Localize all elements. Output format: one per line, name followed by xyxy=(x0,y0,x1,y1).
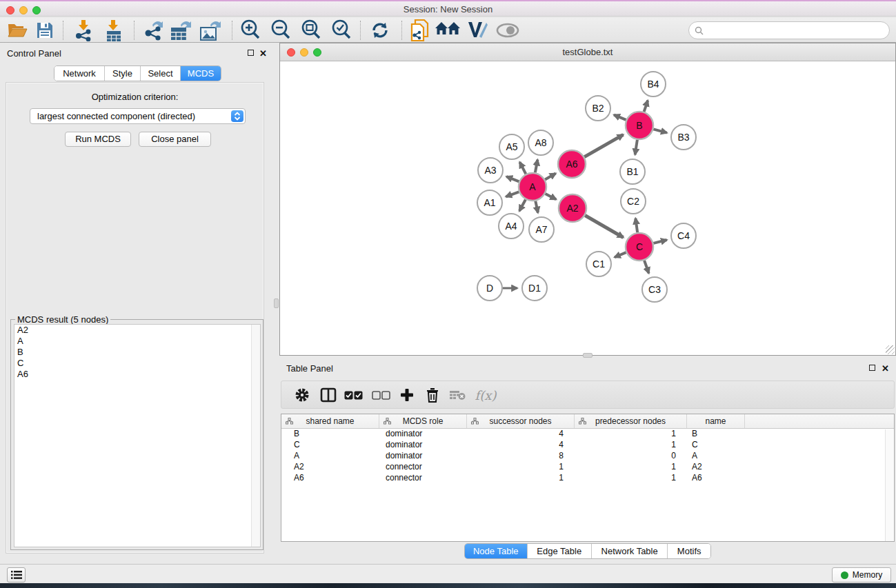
home-view-button[interactable] xyxy=(435,19,461,41)
graph-node-C3[interactable]: C3 xyxy=(642,277,667,302)
graph-edge-A-A7[interactable] xyxy=(535,201,538,213)
column-header-successor-nodes[interactable]: successor nodes xyxy=(467,414,575,428)
tab-mcds[interactable]: MCDS xyxy=(181,66,221,81)
graph-node-A4[interactable]: A4 xyxy=(499,214,524,239)
table-cell[interactable]: A6 xyxy=(687,473,745,484)
table-row[interactable]: Cdominator41C xyxy=(281,440,894,451)
graph-node-D1[interactable]: D1 xyxy=(522,276,547,301)
graph-node-A1[interactable]: A1 xyxy=(477,190,502,215)
table-cell[interactable]: 4 xyxy=(467,429,575,440)
tab-edge-table[interactable]: Edge Table xyxy=(528,544,592,558)
mcds-result-item[interactable]: A xyxy=(14,336,260,347)
graph-edge-A-A2[interactable] xyxy=(546,194,557,199)
table-cell[interactable]: 1 xyxy=(575,462,687,473)
table-cell[interactable]: A2 xyxy=(281,462,379,473)
graph-node-C4[interactable]: C4 xyxy=(671,223,696,248)
task-history-button[interactable] xyxy=(7,567,26,582)
export-network-button[interactable] xyxy=(140,19,166,41)
zoom-out-button[interactable] xyxy=(268,19,294,41)
table-settings-button[interactable] xyxy=(291,385,313,405)
graph-node-B4[interactable]: B4 xyxy=(641,72,666,97)
table-cell[interactable]: 8 xyxy=(467,451,575,462)
save-session-button[interactable] xyxy=(32,19,58,41)
graph-node-A6[interactable]: A6 xyxy=(558,150,586,178)
select-all-button[interactable] xyxy=(342,385,364,405)
mcds-result-item[interactable]: C xyxy=(14,358,260,369)
mcds-result-item[interactable]: B xyxy=(14,347,260,358)
table-cell[interactable]: dominator xyxy=(379,429,467,440)
graph-node-A7[interactable]: A7 xyxy=(529,217,554,242)
graph-node-A5[interactable]: A5 xyxy=(499,134,524,159)
table-cell[interactable]: dominator xyxy=(379,440,467,451)
table-cell[interactable]: 1 xyxy=(575,440,687,451)
column-header-shared-name[interactable]: shared name xyxy=(281,414,379,428)
graph-node-C1[interactable]: C1 xyxy=(586,252,611,276)
graph-node-B2[interactable]: B2 xyxy=(586,96,610,121)
close-table-panel-icon[interactable]: ✕ xyxy=(882,363,889,374)
graph-node-A2[interactable]: A2 xyxy=(559,194,586,222)
table-cell[interactable]: connector xyxy=(379,462,467,473)
tab-select[interactable]: Select xyxy=(141,66,181,81)
table-row[interactable]: A6connector11A6 xyxy=(281,473,894,484)
graph-edge-C-C4[interactable] xyxy=(653,240,666,243)
table-cell[interactable]: dominator xyxy=(379,451,467,462)
window-resize-grip[interactable] xyxy=(886,345,895,354)
mcds-result-item[interactable]: A2 xyxy=(14,325,260,336)
graph-edge-A-A3[interactable] xyxy=(506,176,519,181)
vizmapper-button[interactable] xyxy=(464,19,490,41)
export-image-button[interactable] xyxy=(197,19,223,41)
import-network-button[interactable] xyxy=(71,19,97,41)
column-header-mcds-role[interactable]: MCDS role xyxy=(379,414,467,428)
vertical-splitter-handle[interactable] xyxy=(274,298,279,308)
table-cell[interactable]: A xyxy=(687,451,745,462)
delete-rows-button[interactable] xyxy=(421,385,444,405)
close-panel-button[interactable]: Close panel xyxy=(139,132,211,147)
graph-edge-A2-C[interactable] xyxy=(585,215,623,237)
deselect-all-button[interactable] xyxy=(370,385,392,405)
search-input[interactable] xyxy=(707,24,884,37)
graph-edge-B-B2[interactable] xyxy=(614,115,626,120)
float-table-panel-icon[interactable] xyxy=(869,365,875,371)
zoom-selected-button[interactable] xyxy=(328,19,355,41)
add-row-button[interactable] xyxy=(396,385,418,405)
table-cell[interactable]: A2 xyxy=(687,462,745,473)
graph-node-C[interactable]: C xyxy=(626,233,653,261)
table-cell[interactable]: 1 xyxy=(575,473,687,484)
tab-motifs[interactable]: Motifs xyxy=(668,544,710,558)
refresh-view-button[interactable] xyxy=(367,19,393,41)
table-cell[interactable]: B xyxy=(687,429,745,440)
tab-style[interactable]: Style xyxy=(105,66,141,81)
graph-edge-B-B1[interactable] xyxy=(635,140,637,155)
import-table-button[interactable] xyxy=(101,19,127,41)
tab-network[interactable]: Network xyxy=(54,66,105,81)
graph-edge-A-A5[interactable] xyxy=(519,162,526,174)
table-cell[interactable]: connector xyxy=(379,473,467,484)
graph-edge-B-B4[interactable] xyxy=(644,101,648,112)
graph-edge-A-A8[interactable] xyxy=(535,160,538,173)
zoom-in-button[interactable] xyxy=(237,19,263,41)
table-cell[interactable]: 1 xyxy=(575,429,687,440)
run-mcds-button[interactable]: Run MCDS xyxy=(65,132,131,147)
result-list-scrollbar[interactable] xyxy=(251,325,260,547)
graph-edge-B-B3[interactable] xyxy=(653,129,667,132)
close-panel-icon[interactable]: ✕ xyxy=(259,48,267,59)
column-header-predecessor-nodes[interactable]: predecessor nodes xyxy=(575,414,687,428)
optimization-criterion-select[interactable]: largest connected component (directed) xyxy=(30,108,246,124)
graph-node-D[interactable]: D xyxy=(477,276,502,301)
graph-node-A3[interactable]: A3 xyxy=(478,158,503,183)
float-panel-icon[interactable] xyxy=(248,50,254,56)
horizontal-splitter-handle[interactable] xyxy=(583,353,593,358)
mcds-result-item[interactable]: A6 xyxy=(14,369,260,380)
graph-edge-C-C3[interactable] xyxy=(644,261,649,274)
network-overview-button[interactable] xyxy=(406,19,432,41)
memory-button[interactable]: Memory xyxy=(832,567,891,582)
graph-edge-C-C2[interactable] xyxy=(635,219,637,232)
table-cell[interactable]: 1 xyxy=(467,462,575,473)
zoom-fit-button[interactable] xyxy=(298,19,324,41)
show-columns-button[interactable] xyxy=(317,385,339,405)
table-cell[interactable]: 4 xyxy=(467,440,575,451)
show-hide-graphics-button[interactable] xyxy=(495,19,521,41)
table-row[interactable]: Adominator80A xyxy=(281,451,894,462)
open-session-button[interactable] xyxy=(4,19,30,41)
table-scrollbar[interactable] xyxy=(885,429,893,541)
